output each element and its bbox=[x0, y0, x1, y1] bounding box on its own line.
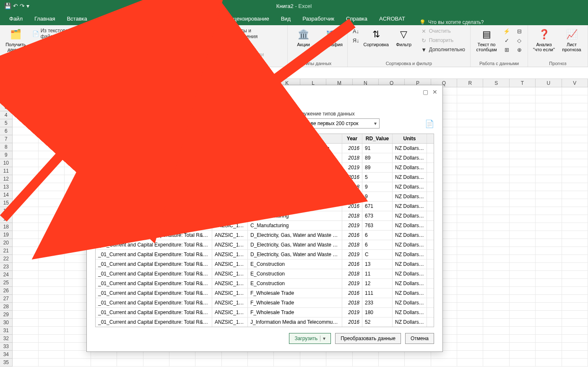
cell[interactable] bbox=[510, 319, 536, 327]
row-header[interactable]: 29 bbox=[0, 311, 13, 319]
filter-button[interactable]: ▽Фильтр bbox=[391, 27, 416, 48]
cell[interactable] bbox=[510, 271, 536, 279]
cell[interactable] bbox=[536, 279, 562, 287]
cell[interactable] bbox=[457, 215, 483, 223]
row-header[interactable]: 15 bbox=[0, 199, 13, 207]
row-header[interactable]: 30 bbox=[0, 319, 13, 327]
from-web-button[interactable]: 🌐Из Интернета bbox=[31, 41, 101, 50]
cell[interactable] bbox=[457, 167, 483, 175]
cell[interactable] bbox=[536, 239, 562, 247]
cell[interactable] bbox=[483, 127, 509, 135]
cell[interactable] bbox=[39, 175, 65, 183]
cell[interactable] bbox=[39, 111, 65, 119]
cell[interactable] bbox=[536, 271, 562, 279]
queries-button[interactable]: ▤Запросы и подключения bbox=[217, 27, 284, 40]
cell[interactable] bbox=[536, 95, 562, 103]
cell[interactable] bbox=[483, 175, 509, 183]
cell[interactable] bbox=[562, 263, 588, 271]
cell[interactable] bbox=[13, 151, 39, 159]
row-header[interactable]: 19 bbox=[0, 231, 13, 239]
row-header[interactable]: 27 bbox=[0, 295, 13, 303]
cell[interactable] bbox=[562, 191, 588, 199]
cell[interactable] bbox=[562, 239, 588, 247]
cell[interactable] bbox=[13, 247, 39, 255]
name-box[interactable]: A1▾ bbox=[1, 69, 38, 77]
cell[interactable] bbox=[457, 351, 483, 359]
cell[interactable] bbox=[39, 239, 65, 247]
cell[interactable] bbox=[562, 95, 588, 103]
data-tool-1[interactable]: ⚡ bbox=[502, 27, 512, 35]
cell[interactable] bbox=[483, 279, 509, 287]
cell[interactable] bbox=[39, 199, 65, 207]
cell[interactable] bbox=[483, 159, 509, 167]
cell[interactable] bbox=[39, 143, 65, 151]
row-header[interactable]: 1 bbox=[0, 87, 13, 95]
cell[interactable] bbox=[483, 343, 509, 351]
cell[interactable] bbox=[39, 279, 65, 287]
cell[interactable] bbox=[536, 303, 562, 311]
cell[interactable] bbox=[457, 111, 483, 119]
cell[interactable] bbox=[536, 247, 562, 255]
cell[interactable] bbox=[562, 111, 588, 119]
cell[interactable] bbox=[510, 215, 536, 223]
cell[interactable] bbox=[562, 279, 588, 287]
cell[interactable] bbox=[13, 111, 39, 119]
cell[interactable] bbox=[536, 175, 562, 183]
cell[interactable] bbox=[483, 143, 509, 151]
data-tool-3[interactable]: ⊞ bbox=[502, 45, 512, 54]
cell[interactable] bbox=[562, 319, 588, 327]
cell[interactable] bbox=[39, 167, 65, 175]
cell[interactable] bbox=[510, 359, 536, 367]
cell[interactable] bbox=[13, 143, 39, 151]
cell[interactable] bbox=[510, 279, 536, 287]
cell[interactable] bbox=[39, 119, 65, 127]
cell[interactable] bbox=[483, 151, 509, 159]
cell[interactable] bbox=[562, 335, 588, 343]
cell[interactable] bbox=[457, 223, 483, 231]
cell[interactable] bbox=[39, 343, 65, 351]
preview-col-header[interactable]: Variable bbox=[96, 134, 212, 143]
cell[interactable] bbox=[536, 223, 562, 231]
cell[interactable] bbox=[13, 231, 39, 239]
tab-главная[interactable]: Главная bbox=[29, 12, 61, 25]
preview-col-header[interactable]: Breakdown_category bbox=[248, 134, 342, 143]
cell[interactable] bbox=[39, 271, 65, 279]
cell[interactable] bbox=[483, 223, 509, 231]
tab-разметка страницы[interactable]: Разметка страницы bbox=[93, 12, 154, 25]
row-header[interactable]: 28 bbox=[0, 303, 13, 311]
cell[interactable] bbox=[483, 215, 509, 223]
cell[interactable] bbox=[536, 167, 562, 175]
cell[interactable] bbox=[39, 311, 65, 319]
cell[interactable] bbox=[483, 359, 509, 367]
cell[interactable] bbox=[510, 119, 536, 127]
cell[interactable] bbox=[13, 271, 39, 279]
cell[interactable] bbox=[510, 151, 536, 159]
row-header[interactable]: 5 bbox=[0, 119, 13, 127]
cell[interactable] bbox=[483, 207, 509, 215]
column-header[interactable]: S bbox=[483, 79, 509, 87]
row-header[interactable]: 10 bbox=[0, 159, 13, 167]
cell[interactable] bbox=[39, 207, 65, 215]
cell[interactable] bbox=[457, 127, 483, 135]
tab-данные[interactable]: Данные bbox=[190, 12, 221, 25]
cell[interactable] bbox=[13, 303, 39, 311]
cell[interactable] bbox=[536, 191, 562, 199]
row-header[interactable]: 18 bbox=[0, 223, 13, 231]
cell[interactable] bbox=[39, 247, 65, 255]
cell[interactable] bbox=[195, 359, 221, 367]
cell[interactable] bbox=[13, 191, 39, 199]
cell[interactable] bbox=[13, 167, 39, 175]
row-header[interactable]: 32 bbox=[0, 335, 13, 343]
cell[interactable] bbox=[13, 87, 39, 95]
cell[interactable] bbox=[562, 143, 588, 151]
from-table-button[interactable]: ▦Из таблицы/диапазона bbox=[31, 50, 101, 59]
cell[interactable] bbox=[562, 135, 588, 143]
cell[interactable] bbox=[562, 159, 588, 167]
cell[interactable] bbox=[91, 359, 117, 367]
cell[interactable] bbox=[562, 327, 588, 335]
preview-col-header[interactable]: Breakdown bbox=[212, 134, 248, 143]
column-header[interactable]: V bbox=[562, 79, 588, 87]
preview-col-header[interactable]: RD_Value bbox=[362, 134, 393, 143]
undo-icon[interactable]: ↶ bbox=[13, 3, 18, 9]
cell[interactable] bbox=[39, 295, 65, 303]
